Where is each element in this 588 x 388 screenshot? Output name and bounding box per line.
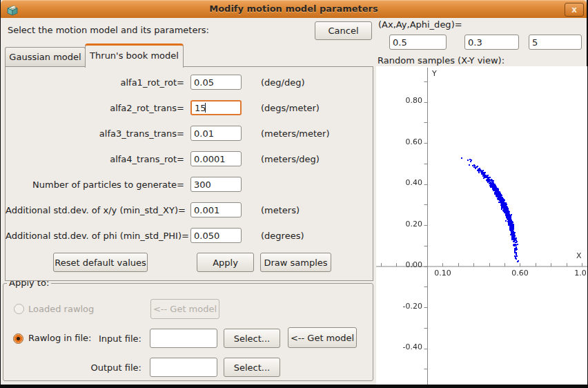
param-label: alfa3_trans_trans= xyxy=(6,128,184,139)
param-unit: (meters/deg) xyxy=(261,154,320,164)
param-label: alfa4_trans_rot= xyxy=(6,154,184,164)
radio-rawlog-in-file[interactable] xyxy=(13,333,23,344)
num-particles-input[interactable] xyxy=(190,177,242,192)
param-unit: (deg/deg) xyxy=(261,77,305,88)
params-panel: alfa1_rot_rot= (deg/deg) alfa2_rot_trans… xyxy=(5,66,373,281)
param-label: alfa1_rot_rot= xyxy=(6,77,184,88)
select-output-button[interactable]: Select... xyxy=(224,358,280,377)
window-title: Modify motion model parameters xyxy=(1,3,587,14)
close-icon: x xyxy=(571,5,577,14)
output-file-field[interactable] xyxy=(150,358,217,377)
reset-defaults-button[interactable]: Reset default values xyxy=(53,253,148,272)
param-label: Number of particles to generate= xyxy=(6,180,184,190)
tab-gaussian-model[interactable]: Gaussian model xyxy=(5,47,86,67)
param-unit: (degrees) xyxy=(261,231,304,241)
samples-view-label: Random samples (X-Y view): xyxy=(378,55,504,66)
delta-label: (Ax,Ay,Aphi_deg)= xyxy=(378,19,462,30)
output-file-label: Output file: xyxy=(72,362,141,373)
get-model-loaded-button: <-- Get model xyxy=(150,299,219,319)
alfa2-input[interactable] xyxy=(190,100,242,115)
min-std-xy-input[interactable] xyxy=(190,202,242,217)
param-unit: (meters) xyxy=(261,205,300,215)
param-unit: (degs/meter) xyxy=(261,103,320,113)
dialog-window: Modify motion model parameters x Select … xyxy=(1,0,587,385)
delta-ay-input[interactable] xyxy=(464,35,519,50)
alfa3-input[interactable] xyxy=(190,126,242,141)
text-caret xyxy=(205,103,206,113)
cancel-button[interactable]: Cancel xyxy=(315,21,372,40)
select-input-button[interactable]: Select... xyxy=(224,329,280,348)
param-label: Additional std.dev. of x/y (min_std_XY)= xyxy=(6,205,184,215)
alfa1-input[interactable] xyxy=(190,75,242,90)
instruction-label: Select the motion model and its paramete… xyxy=(8,25,209,35)
draw-samples-button[interactable]: Draw samples xyxy=(260,253,331,272)
titlebar[interactable]: Modify motion model parameters x xyxy=(1,0,587,18)
close-button[interactable]: x xyxy=(565,3,584,17)
param-label: Additional std.dev. of phi (min_std_PHI)… xyxy=(6,231,184,241)
delta-aphi-input[interactable] xyxy=(529,35,582,50)
alfa4-input[interactable] xyxy=(190,151,242,166)
param-unit: (meters/meter) xyxy=(261,128,330,139)
delta-ax-input[interactable] xyxy=(389,35,447,50)
apply-to-group: Apply to: Loaded rawlog <-- Get model Ra… xyxy=(3,283,373,381)
samples-plot-canvas xyxy=(376,66,587,385)
get-model-file-button[interactable]: <-- Get model xyxy=(288,327,357,348)
apply-button[interactable]: Apply xyxy=(197,253,254,272)
input-file-field[interactable] xyxy=(150,329,217,348)
input-file-label: Input file: xyxy=(72,333,141,344)
param-label: alfa2_rot_trans= xyxy=(6,103,184,113)
tab-thruns-book-model[interactable]: Thrun's book model xyxy=(85,43,184,68)
min-std-phi-input[interactable] xyxy=(190,228,242,243)
loaded-rawlog-label: Loaded rawlog xyxy=(28,304,94,314)
radio-loaded-rawlog xyxy=(14,304,24,314)
